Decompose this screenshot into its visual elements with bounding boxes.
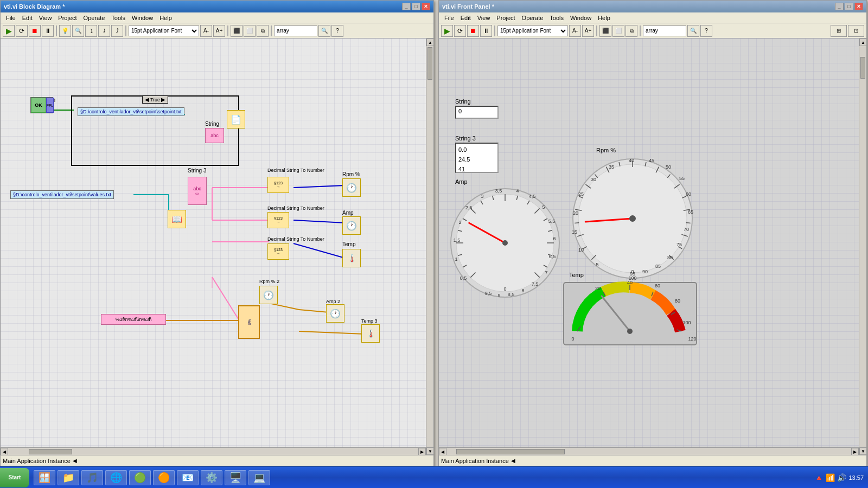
fp-menu-operate[interactable]: Operate: [519, 14, 547, 22]
fp-menu-edit[interactable]: Edit: [457, 14, 474, 22]
case-structure-tab[interactable]: ◀ True ▶: [142, 95, 168, 104]
taskbar-item-10[interactable]: 💻: [248, 470, 270, 485]
fp-run-button[interactable]: ▶: [441, 25, 453, 37]
bd-minimize-button[interactable]: _: [402, 3, 411, 10]
fp-string3-input[interactable]: 0.0 24.5 41: [455, 143, 499, 173]
bd-title-bar: vti.vi Block Diagram * _ □ ✕: [1, 1, 433, 12]
taskbar-item-6[interactable]: 🟠: [153, 470, 175, 485]
svg-text:5: 5: [542, 204, 545, 210]
bd-font-select[interactable]: 15pt Application Font: [129, 25, 199, 36]
taskbar-item-4[interactable]: 🌐: [105, 470, 127, 485]
fp-run-cont-button[interactable]: ⟳: [454, 25, 466, 37]
bd-menu-tools[interactable]: Tools: [108, 14, 129, 22]
fp-menu-help[interactable]: Help: [595, 14, 614, 22]
fp-scrollbar-v[interactable]: ▲ ▼: [859, 38, 866, 455]
bd-scrollbar-v[interactable]: ▲ ▼: [426, 38, 433, 455]
fp-menu-tools[interactable]: Tools: [546, 14, 567, 22]
bd-abort-button[interactable]: ⏹: [29, 25, 41, 37]
bd-retain-button[interactable]: 🔍: [72, 25, 84, 37]
fp-status-arrow[interactable]: ◀: [511, 458, 515, 464]
bd-scroll-up[interactable]: ▲: [426, 38, 433, 46]
fp-scroll-down[interactable]: ▼: [859, 447, 866, 455]
fp-close-button[interactable]: ✕: [854, 3, 863, 10]
bd-menu-operate[interactable]: Operate: [80, 14, 108, 22]
fp-panel-button[interactable]: ⊡: [848, 25, 864, 37]
bd-scroll-thumb-v[interactable]: [427, 47, 432, 80]
fp-dist-button[interactable]: ⬜: [612, 25, 624, 37]
bd-menu-window[interactable]: Window: [129, 14, 156, 22]
taskbar-item-5[interactable]: 🟢: [129, 470, 151, 485]
fp-font-select[interactable]: 15pt Application Font: [497, 25, 568, 36]
bd-font-size-inc[interactable]: A+: [213, 25, 225, 37]
bd-menu-project[interactable]: Project: [55, 14, 80, 22]
bd-step-out-button[interactable]: ⤴: [111, 25, 123, 37]
fp-search-button[interactable]: 🔍: [687, 25, 699, 37]
bd-pause-button[interactable]: ⏸: [42, 25, 54, 37]
bd-step-into-button[interactable]: ⤵: [85, 25, 97, 37]
bd-canvas[interactable]: ◀ True ▶ §D:\controlo_ventilador_vti\set…: [1, 38, 433, 455]
taskbar-item-1[interactable]: 🪟: [34, 470, 55, 485]
fp-scroll-thumb-h[interactable]: [456, 449, 565, 454]
bd-menu-file[interactable]: File: [3, 14, 19, 22]
bd-run-cont-button[interactable]: ⟳: [16, 25, 28, 37]
bd-menu-view[interactable]: View: [36, 14, 55, 22]
fp-resize-button[interactable]: ⧉: [626, 25, 637, 37]
fp-maximize-button[interactable]: □: [845, 3, 853, 10]
fp-pause-button[interactable]: ⏸: [480, 25, 492, 37]
bd-close-button[interactable]: ✕: [422, 3, 430, 10]
fp-menu-view[interactable]: View: [474, 14, 494, 22]
bd-scrollbar-h[interactable]: ◀ ▶: [1, 447, 426, 455]
bd-resize-button[interactable]: ⧉: [257, 25, 269, 37]
fp-canvas[interactable]: String 0 OK Button OK String 3 0.0: [439, 38, 866, 455]
bd-scroll-right[interactable]: ▶: [418, 448, 426, 455]
bd-run-button[interactable]: ▶: [3, 25, 15, 37]
bd-menu-edit[interactable]: Edit: [19, 14, 36, 22]
file-read-icon: 📖: [168, 210, 186, 228]
taskbar-item-7[interactable]: 📧: [177, 470, 199, 485]
bd-menu-help[interactable]: Help: [156, 14, 175, 22]
ok-button-visual[interactable]: OK FFL: [30, 97, 53, 113]
bd-scroll-left[interactable]: ◀: [1, 448, 8, 455]
fp-minimize-button[interactable]: _: [835, 3, 844, 10]
bd-dist-button[interactable]: ⬜: [244, 25, 256, 37]
fp-scroll-right[interactable]: ▶: [851, 448, 859, 455]
fp-font-dec[interactable]: A-: [569, 25, 581, 37]
fp-menu-window[interactable]: Window: [567, 14, 595, 22]
tray-icon-signal[interactable]: 📶: [826, 473, 835, 482]
taskbar-item-9[interactable]: 🖥️: [225, 470, 246, 485]
fp-help-button[interactable]: ?: [700, 25, 712, 37]
svg-text:65: 65: [688, 209, 693, 215]
taskbar-item-2[interactable]: 📁: [58, 470, 79, 485]
taskbar-item-8[interactable]: ⚙️: [201, 470, 222, 485]
bd-step-over-button[interactable]: ⤸: [98, 25, 110, 37]
fp-string-input[interactable]: 0: [455, 106, 499, 119]
bd-font-size-dec[interactable]: A-: [200, 25, 212, 37]
tray-icon-volume[interactable]: 🔊: [837, 473, 846, 482]
fp-scroll-thumb-v[interactable]: [860, 57, 865, 79]
bd-highlight-button[interactable]: 💡: [59, 25, 71, 37]
bd-search-input[interactable]: [274, 25, 317, 36]
fp-scroll-left[interactable]: ◀: [439, 448, 446, 455]
bd-scroll-down[interactable]: ▼: [426, 447, 433, 455]
tray-icon-1[interactable]: 🔺: [814, 473, 824, 482]
bd-maximize-button[interactable]: □: [412, 3, 420, 10]
fp-scroll-up[interactable]: ▲: [859, 38, 866, 46]
fp-grid-button[interactable]: ⊞: [831, 25, 847, 37]
bd-status-arrow[interactable]: ◀: [73, 458, 77, 464]
bd-help-button[interactable]: ?: [331, 25, 343, 37]
fp-font-inc[interactable]: A+: [582, 25, 594, 37]
fp-align-button[interactable]: ⬛: [599, 25, 611, 37]
taskbar-item-3[interactable]: 🎵: [81, 470, 103, 485]
amp-label-bd: Amp: [342, 210, 354, 216]
bd-search-button[interactable]: 🔍: [318, 25, 330, 37]
fp-scrollbar-h[interactable]: ◀ ▶: [439, 447, 859, 455]
fp-rpm-gauge: 0 5 10 15 20 25 30 35 40 45 50 55 60 65 …: [569, 155, 697, 282]
fp-abort-button[interactable]: ⏹: [467, 25, 479, 37]
bd-align-button[interactable]: ⬛: [231, 25, 242, 37]
fp-toolbar-sep1: [494, 25, 495, 36]
fp-menu-project[interactable]: Project: [493, 14, 518, 22]
fp-menu-file[interactable]: File: [441, 14, 457, 22]
start-button[interactable]: Start: [0, 468, 29, 487]
bd-scroll-thumb-h[interactable]: [29, 449, 72, 454]
fp-search-input[interactable]: [643, 25, 686, 36]
